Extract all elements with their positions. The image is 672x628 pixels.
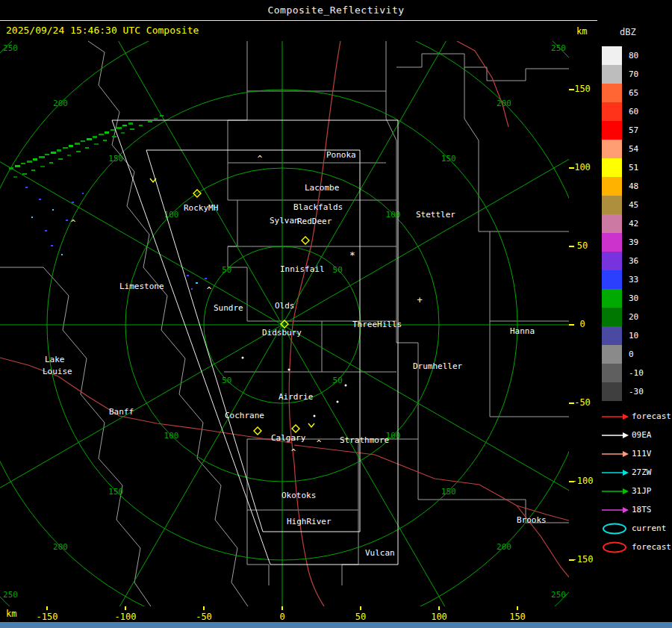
caret-marker-icon: ^ (258, 154, 263, 164)
precip-echo (13, 176, 17, 178)
precip-echo (87, 138, 92, 140)
star-marker-icon: * (349, 249, 355, 261)
dbz-scale-row: 80 (602, 46, 644, 65)
precip-echo (39, 156, 45, 158)
bottom-axis-label: 0 (266, 612, 299, 622)
boundary-path (396, 343, 418, 439)
dbz-swatch (602, 177, 622, 196)
precip-echo (27, 161, 32, 163)
legend-label: 09EA (632, 430, 652, 440)
dbz-swatch (602, 382, 622, 401)
boundary-path (43, 267, 151, 606)
city-label: Ponoka (326, 150, 356, 160)
precip-echo (99, 134, 104, 135)
boundary-path (418, 439, 569, 523)
radar-site-icon (302, 237, 309, 244)
bottom-axis-label: -100 (109, 612, 142, 622)
motion-arrow-icon (600, 484, 630, 499)
dbz-scale-row: 10 (602, 326, 644, 345)
city-label: Blackfalds (293, 202, 343, 212)
arrow-glyph (600, 484, 630, 499)
ellipse-glyph (600, 540, 630, 555)
dbz-swatch (602, 270, 622, 289)
precip-echo (61, 254, 63, 255)
bottom-axis-tick (517, 606, 518, 610)
dbz-swatch (602, 121, 622, 140)
bottom-axis-tick (203, 606, 205, 610)
bottom-axis: km -150-100-50050100150 (0, 606, 597, 622)
right-axis: 150100500-50-100-150 (567, 41, 597, 606)
bottom-axis-tick (360, 606, 361, 610)
precip-echo (82, 193, 84, 194)
dbz-scale-row: 36 (602, 252, 644, 270)
dbz-scale-row: 33 (602, 270, 644, 289)
bottom-axis-tick (281, 606, 283, 610)
boundary-path (342, 439, 358, 585)
dbz-swatch (602, 326, 622, 345)
dbz-scale-row: 48 (602, 177, 644, 196)
dbz-swatch (602, 252, 622, 270)
dbz-scale-row: 42 (602, 214, 644, 233)
precip-echo (58, 158, 63, 160)
right-axis-label: 0 (567, 319, 597, 329)
arrow-glyph (600, 428, 630, 443)
motion-arrow-icon (600, 465, 630, 480)
precip-echo (51, 245, 53, 246)
precip-echo (103, 140, 107, 141)
right-axis-label: 150 (567, 84, 597, 94)
bottom-axis-label: 100 (423, 612, 455, 622)
dbz-swatch (602, 196, 622, 214)
dot-marker-icon (337, 401, 339, 403)
precip-echo (205, 278, 207, 279)
city-label: Louise (43, 367, 72, 376)
precip-echo (52, 209, 54, 211)
precip-echo (9, 167, 13, 170)
scan-area-outline (112, 120, 398, 565)
caret-marker-icon: ^ (71, 218, 76, 228)
radar-site-icon (254, 427, 261, 435)
boundary-path (88, 41, 248, 606)
ring-distance-label: 50 (222, 376, 231, 385)
motion-arrow-icon (600, 428, 630, 443)
ring-distance-label: 200 (53, 542, 68, 552)
range-spoke (0, 116, 282, 325)
legend-label: 18TS (632, 505, 652, 514)
ring-distance-label: 50 (333, 376, 343, 385)
dbz-swatch (602, 308, 622, 326)
ring-distance-label: 250 (551, 43, 566, 53)
dbz-scale-row: -30 (602, 382, 644, 401)
city-label: RockyMH (184, 203, 218, 213)
boundary-path (247, 41, 386, 91)
radar-map[interactable]: 5050505010010010010015015015015020020020… (0, 41, 569, 606)
precip-echo (21, 163, 25, 164)
boundary-path (464, 67, 479, 231)
dbz-value: 42 (629, 219, 638, 228)
ring-distance-label: 150 (441, 487, 456, 497)
dbz-swatch (602, 84, 622, 102)
city-label: Airdrie (279, 392, 313, 402)
dbz-scale-row: 0 (602, 345, 644, 364)
dbz-scale-row: 20 (602, 308, 644, 326)
precip-echo (148, 121, 152, 122)
city-label: Olds (275, 301, 295, 311)
precip-echo (160, 115, 164, 116)
dbz-scale: 807065605754514845423936333020100-10-30 (602, 46, 644, 401)
city-label: Lake (45, 355, 65, 364)
precip-echo (105, 131, 109, 134)
bottom-axis-label: -50 (187, 612, 220, 622)
dbz-value: 51 (629, 163, 638, 172)
horizontal-scrollbar[interactable] (0, 622, 672, 628)
dbz-value: 65 (629, 88, 638, 98)
precip-echo (66, 220, 68, 221)
dbz-scale-row: -10 (602, 364, 644, 382)
legend-row: 27ZW (600, 463, 671, 482)
chevron-marker-icon (150, 178, 156, 182)
legend-label: 27ZW (632, 467, 652, 477)
bottom-axis-tick (438, 606, 440, 610)
legend-label: 111V (632, 449, 652, 458)
precip-echo (72, 202, 74, 203)
scale-title: dBZ (620, 27, 636, 37)
dbz-swatch (602, 102, 622, 121)
precip-echo (112, 136, 116, 137)
dbz-scale-row: 70 (602, 65, 644, 84)
